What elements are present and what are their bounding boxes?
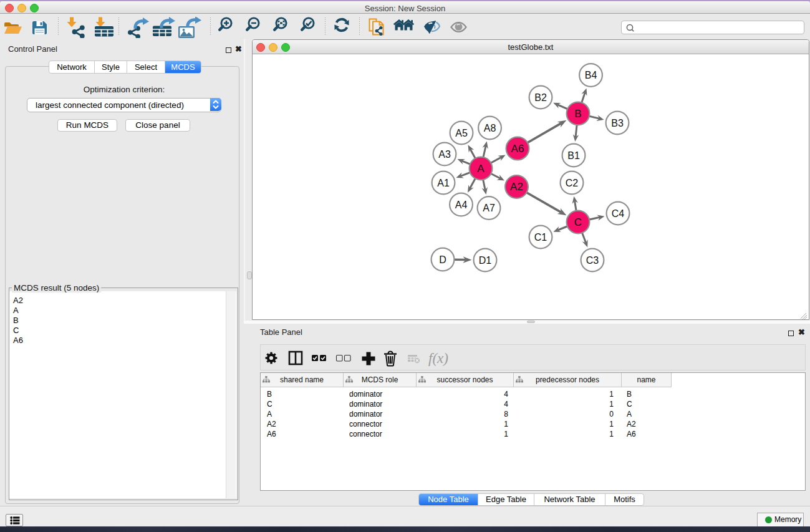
svg-text:C3: C3 (586, 255, 599, 266)
svg-text:B4: B4 (585, 70, 597, 80)
svg-text:A7: A7 (483, 203, 495, 213)
svg-text:C: C (574, 216, 582, 228)
svg-text:C2: C2 (566, 178, 579, 188)
svg-text:B2: B2 (534, 92, 547, 103)
svg-text:D1: D1 (479, 255, 492, 266)
svg-text:B1: B1 (567, 150, 580, 161)
svg-text:A8: A8 (484, 123, 496, 133)
svg-text:C1: C1 (534, 232, 547, 243)
svg-text:B3: B3 (611, 118, 624, 128)
svg-text:A6: A6 (511, 143, 524, 155)
svg-text:A2: A2 (510, 181, 523, 193)
svg-text:A1: A1 (437, 178, 450, 188)
svg-text:A: A (477, 163, 485, 175)
svg-text:D: D (439, 254, 446, 265)
svg-text:A3: A3 (438, 149, 451, 160)
svg-text:B: B (574, 108, 581, 120)
svg-text:A5: A5 (455, 128, 468, 138)
svg-text:f(x): f(x) (428, 351, 448, 366)
svg-text:A4: A4 (455, 200, 468, 210)
svg-text:C4: C4 (612, 208, 625, 219)
